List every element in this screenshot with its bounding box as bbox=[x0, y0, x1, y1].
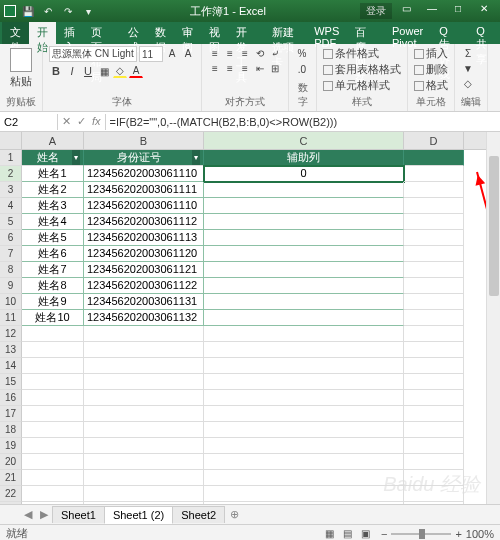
formula-bar[interactable]: =IF(B2="",0,--(MATCH(B2,B:B,0)<>ROW(B2))… bbox=[105, 114, 500, 130]
cell[interactable] bbox=[22, 454, 84, 470]
login-button[interactable]: 登录 bbox=[360, 3, 392, 19]
cell[interactable] bbox=[204, 358, 404, 374]
cell-name[interactable]: 姓名7 bbox=[22, 262, 84, 278]
row-header[interactable]: 16 bbox=[0, 390, 22, 406]
cell[interactable] bbox=[204, 438, 404, 454]
tab-wps[interactable]: WPS PDF bbox=[306, 22, 347, 44]
cell-helper[interactable] bbox=[204, 278, 404, 294]
align-middle-icon[interactable]: ≡ bbox=[223, 46, 237, 60]
orientation-icon[interactable]: ⟲ bbox=[253, 46, 267, 60]
new-sheet-icon[interactable]: ⊕ bbox=[224, 506, 245, 523]
tab-review[interactable]: 审阅 bbox=[174, 22, 201, 44]
cell[interactable] bbox=[204, 454, 404, 470]
cell[interactable] bbox=[22, 390, 84, 406]
row-header[interactable]: 8 bbox=[0, 262, 22, 278]
decimal-inc-icon[interactable]: .0 bbox=[295, 62, 309, 76]
tab-file[interactable]: 文件 bbox=[2, 22, 29, 44]
cell[interactable] bbox=[404, 470, 464, 486]
row-header[interactable]: 14 bbox=[0, 358, 22, 374]
cell[interactable] bbox=[22, 358, 84, 374]
row-header[interactable]: 13 bbox=[0, 342, 22, 358]
clear-icon[interactable]: ◇ bbox=[461, 76, 475, 90]
row-header[interactable]: 11 bbox=[0, 310, 22, 326]
cell[interactable] bbox=[204, 470, 404, 486]
cell[interactable] bbox=[22, 342, 84, 358]
col-header-c[interactable]: C bbox=[204, 132, 404, 149]
cell-helper[interactable] bbox=[204, 262, 404, 278]
cell[interactable] bbox=[404, 486, 464, 502]
cell[interactable] bbox=[404, 166, 464, 182]
row-header[interactable]: 10 bbox=[0, 294, 22, 310]
cell[interactable] bbox=[204, 374, 404, 390]
page-layout-icon[interactable]: ▤ bbox=[341, 527, 355, 541]
cell-name[interactable]: 姓名2 bbox=[22, 182, 84, 198]
cell[interactable] bbox=[404, 230, 464, 246]
delete-cells-button[interactable]: 删除 bbox=[414, 62, 448, 77]
cell-name[interactable]: 姓名4 bbox=[22, 214, 84, 230]
cell[interactable] bbox=[204, 390, 404, 406]
underline-icon[interactable]: U bbox=[81, 64, 95, 78]
cell-helper[interactable] bbox=[204, 214, 404, 230]
cell[interactable] bbox=[404, 406, 464, 422]
sheet-tab-3[interactable]: Sheet2 bbox=[172, 506, 225, 523]
paste-button[interactable]: 粘贴 bbox=[10, 74, 32, 89]
zoom-out-icon[interactable]: − bbox=[381, 528, 387, 540]
row-header[interactable]: 12 bbox=[0, 326, 22, 342]
cell[interactable] bbox=[84, 358, 204, 374]
cell[interactable] bbox=[204, 502, 404, 504]
tab-newtab[interactable]: 新建选项卡 bbox=[264, 22, 306, 44]
increase-font-icon[interactable]: A bbox=[165, 46, 179, 60]
row-header[interactable]: 20 bbox=[0, 454, 22, 470]
cell-name[interactable]: 姓名1 bbox=[22, 166, 84, 182]
cell[interactable] bbox=[84, 502, 204, 504]
wrap-icon[interactable]: ⤶ bbox=[268, 46, 282, 60]
tab-baidu[interactable]: 百度网盘 bbox=[347, 22, 384, 44]
cell[interactable] bbox=[204, 342, 404, 358]
cell[interactable] bbox=[404, 310, 464, 326]
row-header[interactable]: 19 bbox=[0, 438, 22, 454]
zoom-level[interactable]: 100% bbox=[466, 528, 494, 540]
cell[interactable] bbox=[22, 486, 84, 502]
font-size-select[interactable]: 11 bbox=[139, 46, 163, 62]
cell[interactable] bbox=[22, 470, 84, 486]
number-format-icon[interactable]: % bbox=[295, 46, 309, 60]
cell[interactable] bbox=[404, 358, 464, 374]
cell-id[interactable]: 123456202003061111 bbox=[84, 182, 204, 198]
cell[interactable] bbox=[204, 422, 404, 438]
fill-icon[interactable]: ▼ bbox=[461, 61, 475, 75]
undo-icon[interactable]: ↶ bbox=[40, 3, 56, 19]
indent-dec-icon[interactable]: ⇤ bbox=[253, 61, 267, 75]
page-break-icon[interactable]: ▣ bbox=[359, 527, 373, 541]
cell-helper[interactable] bbox=[204, 182, 404, 198]
tab-home[interactable]: 开始 bbox=[29, 22, 56, 44]
share-button[interactable]: Q 共享 bbox=[468, 22, 500, 44]
row-header[interactable]: 1 bbox=[0, 150, 22, 166]
cell-styles-button[interactable]: 单元格样式 bbox=[323, 78, 401, 93]
cell-name[interactable]: 姓名8 bbox=[22, 278, 84, 294]
cell[interactable] bbox=[204, 406, 404, 422]
cell[interactable] bbox=[404, 374, 464, 390]
italic-icon[interactable]: I bbox=[65, 64, 79, 78]
cell-id[interactable]: 123456202003061121 bbox=[84, 262, 204, 278]
cell[interactable] bbox=[404, 278, 464, 294]
align-center-icon[interactable]: ≡ bbox=[223, 61, 237, 75]
cell[interactable] bbox=[84, 486, 204, 502]
cell[interactable] bbox=[404, 150, 464, 166]
header-id[interactable]: 身份证号 bbox=[84, 150, 204, 166]
cell[interactable] bbox=[404, 326, 464, 342]
cell[interactable] bbox=[84, 422, 204, 438]
cell[interactable] bbox=[84, 470, 204, 486]
cell-name[interactable]: 姓名3 bbox=[22, 198, 84, 214]
tab-view[interactable]: 视图 bbox=[201, 22, 228, 44]
header-helper[interactable]: 辅助列 bbox=[204, 150, 404, 166]
cell-id[interactable]: 123456202003061131 bbox=[84, 294, 204, 310]
cell-helper[interactable]: 0 bbox=[204, 166, 404, 182]
row-header[interactable]: 17 bbox=[0, 406, 22, 422]
cell[interactable] bbox=[404, 214, 464, 230]
conditional-format-button[interactable]: 条件格式 bbox=[323, 46, 401, 61]
select-all-corner[interactable] bbox=[0, 132, 22, 149]
align-left-icon[interactable]: ≡ bbox=[208, 61, 222, 75]
save-icon[interactable]: 💾 bbox=[20, 3, 36, 19]
sheet-nav-next-icon[interactable]: ▶ bbox=[36, 508, 52, 521]
cell-id[interactable]: 123456202003061120 bbox=[84, 246, 204, 262]
